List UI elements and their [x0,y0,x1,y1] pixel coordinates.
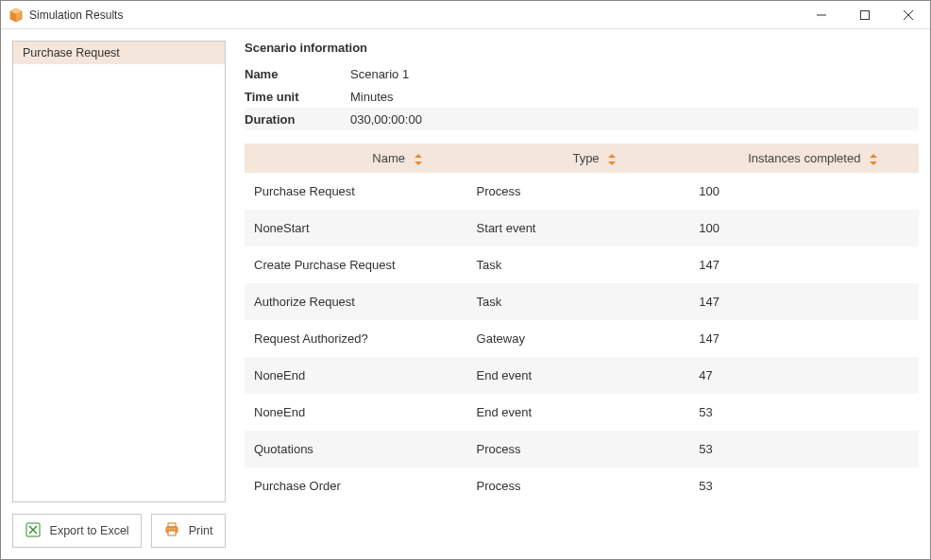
table-row[interactable]: Purchase RequestProcess100 [245,173,919,210]
svg-marker-8 [415,154,422,158]
window-title: Simulation Results [29,8,800,22]
cell-instances: 53 [689,394,919,431]
sort-icon [415,154,422,165]
svg-rect-7 [168,531,176,535]
close-button[interactable] [887,1,930,28]
column-header-instances[interactable]: Instances completed [689,144,919,173]
action-buttons: Export to Excel Print [12,514,226,548]
table-row[interactable]: Create Purchase RequestTask147 [245,246,919,283]
svg-marker-11 [608,161,616,165]
sidebar-tree[interactable]: Purchase Request [12,41,226,502]
right-panel: Scenario information Name Scenario 1 Tim… [245,41,919,548]
scenario-section-title: Scenario information [245,41,919,55]
table-row[interactable]: Authorize RequestTask147 [245,283,919,320]
scenario-name-label: Name [245,67,347,81]
cell-type: Process [467,467,690,504]
scenario-duration-label: Duration [245,112,347,127]
scenario-duration-value: 030,00:00:00 [347,112,919,127]
cell-instances: 100 [689,173,919,210]
table-row[interactable]: Request Authorized?Gateway147 [245,320,919,357]
cell-instances: 147 [689,283,919,320]
cell-name: NoneStart [245,210,467,246]
export-button[interactable]: Export to Excel [12,514,142,548]
column-header-name[interactable]: Name [245,144,467,173]
column-header-type[interactable]: Type [467,144,690,173]
left-panel: Purchase Request Export to Excel [12,41,226,548]
sidebar-item-label: Purchase Request [23,46,120,59]
cell-instances: 147 [689,320,919,357]
cell-name: Authorize Request [245,283,467,320]
cell-type: Start event [467,210,690,246]
scenario-name-value: Scenario 1 [347,67,919,81]
app-icon [8,8,24,23]
cell-name: Purchase Order [245,467,467,504]
scenario-info: Name Scenario 1 Time unit Minutes Durati… [245,62,919,130]
cell-instances: 53 [689,431,919,467]
results-table: Name Type Instances completed [245,144,919,504]
svg-rect-5 [168,523,176,527]
svg-marker-13 [870,161,877,165]
column-header-instances-label: Instances completed [748,151,860,165]
cell-name: Quotations [245,431,467,467]
excel-icon [25,522,41,540]
cell-type: Process [467,173,690,210]
scenario-time-unit-label: Time unit [245,90,347,104]
table-row[interactable]: Purchase OrderProcess53 [245,467,919,504]
cell-type: End event [467,394,690,431]
cell-type: Task [467,283,690,320]
cell-name: NoneEnd [245,357,467,394]
column-header-name-label: Name [372,151,405,165]
table-row[interactable]: QuotationsProcess53 [245,431,919,467]
scenario-time-unit-value: Minutes [347,90,919,104]
titlebar: Simulation Results [1,1,930,29]
svg-marker-12 [870,154,877,158]
cell-type: Task [467,246,690,283]
svg-marker-9 [415,161,422,165]
table-row[interactable]: NoneEndEnd event53 [245,394,919,431]
print-icon [164,522,179,540]
table-row[interactable]: NoneStartStart event100 [245,210,919,246]
content-area: Purchase Request Export to Excel [1,29,930,559]
sidebar-item-purchase-request[interactable]: Purchase Request [13,42,225,64]
sort-icon [870,154,877,165]
cell-instances: 47 [689,357,919,394]
results-table-body: Purchase RequestProcess100NoneStartStart… [245,173,919,504]
print-button[interactable]: Print [151,514,226,548]
cell-instances: 147 [689,246,919,283]
column-header-type-label: Type [572,151,599,165]
table-row[interactable]: NoneEndEnd event47 [245,357,919,394]
export-button-label: Export to Excel [50,524,129,537]
svg-marker-10 [608,154,616,158]
cell-type: End event [467,357,690,394]
cell-name: Purchase Request [245,173,467,210]
cell-instances: 53 [689,467,919,504]
cell-name: Request Authorized? [245,320,467,357]
cell-type: Process [467,431,690,467]
window-controls [800,1,930,28]
cell-type: Gateway [467,320,690,357]
cell-name: Create Purchase Request [245,246,467,283]
sort-icon [608,154,616,165]
print-button-label: Print [189,524,213,537]
cell-name: NoneEnd [245,394,467,431]
maximize-button[interactable] [843,1,887,28]
svg-rect-1 [861,10,870,19]
minimize-button[interactable] [800,1,843,28]
cell-instances: 100 [689,210,919,246]
